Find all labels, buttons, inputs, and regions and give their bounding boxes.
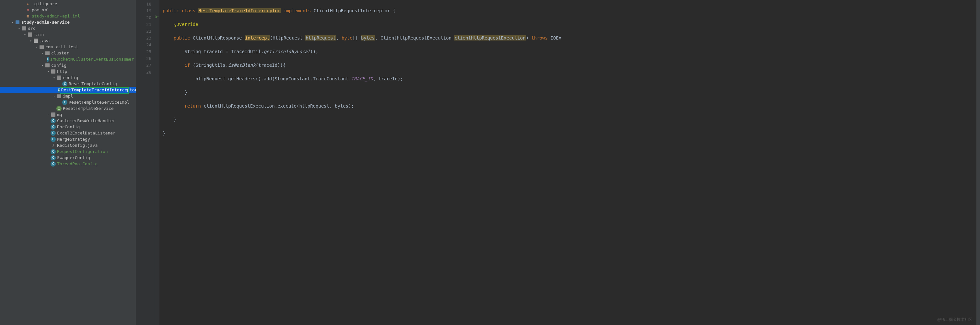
chevron-down-icon[interactable]: ▾	[40, 51, 45, 55]
folder-icon	[21, 26, 27, 31]
tree-label: main	[34, 32, 44, 37]
chevron-down-icon[interactable]: ▾	[52, 95, 56, 98]
tree-item-package[interactable]: ▾ com.xzll.test	[0, 44, 136, 50]
tree-label: java	[40, 38, 49, 43]
code-area[interactable]: public class RestTemplateTraceIdIntercep…	[159, 0, 976, 325]
class-icon	[51, 161, 56, 167]
chevron-down-icon[interactable]: ▾	[34, 45, 39, 49]
code-line[interactable]: }	[163, 89, 976, 96]
annotation-gutter: O↑	[154, 0, 159, 325]
package-icon	[39, 45, 44, 49]
gutter-marker[interactable]	[154, 0, 159, 7]
code-line[interactable]: if (StringUtils.isNotBlank(traceId)){	[163, 62, 976, 69]
project-tree[interactable]: .gitignore pom.xml study-admin-api.iml ▾…	[0, 0, 136, 325]
chevron-down-icon[interactable]: ▾	[52, 76, 56, 80]
tree-item-config[interactable]: ▾ config	[0, 62, 136, 69]
interface-icon	[56, 106, 62, 111]
tree-item-redis-config[interactable]: RedisConfig.java	[0, 142, 136, 148]
class-icon	[51, 124, 56, 130]
tree-item-excel-listener[interactable]: Excel2ExcelDataListener	[0, 130, 136, 136]
line-number: 24	[136, 41, 151, 48]
tree-item-java[interactable]: ▾ java	[0, 38, 136, 44]
tree-item-mq[interactable]: ▸ mq	[0, 112, 136, 118]
tree-item-module[interactable]: ▾ study-admin-service	[0, 19, 136, 25]
gutter-marker[interactable]	[154, 41, 159, 48]
class-icon	[51, 155, 56, 160]
tree-label: study-admin-api.iml	[32, 14, 80, 19]
code-line[interactable]: public ClientHttpResponse intercept(Http…	[163, 35, 976, 41]
gitignore-icon	[25, 1, 30, 6]
tree-item-http-config[interactable]: ▾ config	[0, 75, 136, 81]
tree-item-cluster-consumer[interactable]: ImRocketMQClusterEventBusConsumer	[0, 56, 136, 62]
gutter-marker[interactable]	[154, 21, 159, 27]
tree-item-iml[interactable]: study-admin-api.iml	[0, 13, 136, 19]
gutter-marker[interactable]	[154, 48, 159, 54]
code-line[interactable]	[163, 143, 976, 150]
line-number: 18	[136, 1, 151, 8]
line-number: 19	[136, 8, 151, 14]
chevron-down-icon[interactable]: ▾	[40, 64, 45, 67]
chevron-down-icon[interactable]: ▾	[46, 70, 51, 73]
tree-item-main[interactable]: ▾ main	[0, 32, 136, 38]
gutter-marker[interactable]	[154, 54, 159, 61]
tree-item-customer-row[interactable]: CustomerRowWriteHandler	[0, 118, 136, 124]
tree-item-rest-interceptor[interactable]: RestTemplateTraceIdInterceptor	[0, 87, 136, 93]
java-file-icon	[51, 143, 56, 148]
code-line[interactable]: }	[163, 116, 976, 123]
folder-icon	[27, 32, 32, 37]
package-icon	[45, 51, 50, 56]
gutter-marker[interactable]	[154, 7, 159, 14]
code-line[interactable]: httpRequest.getHeaders().add(StudyConsta…	[163, 75, 976, 82]
tree-item-merge-strategy[interactable]: MergeStrategy	[0, 136, 136, 142]
package-icon	[56, 94, 62, 99]
code-line[interactable]: String traceId = TraceIdUtil.getTraceIdB…	[163, 48, 976, 55]
line-number: 22	[136, 28, 151, 35]
code-line[interactable]: return clientHttpRequestExecution.execut…	[163, 103, 976, 110]
line-number: 26	[136, 55, 151, 62]
tree-label: study-admin-service	[21, 20, 70, 25]
tree-item-threadpool-config[interactable]: ThreadPoolConfig	[0, 161, 136, 167]
gutter-marker[interactable]	[154, 27, 159, 34]
chevron-down-icon[interactable]: ▾	[29, 39, 33, 43]
tree-item-reset-template-config[interactable]: ResetTemplateConfig	[0, 81, 136, 87]
gutter-marker[interactable]: O↑	[154, 14, 159, 21]
tree-label: pom.xml	[32, 8, 49, 12]
tree-item-http[interactable]: ▾ http	[0, 69, 136, 75]
editor[interactable]: 1819202122232425262728 O↑ public class R…	[136, 0, 980, 325]
line-number: 25	[136, 48, 151, 55]
tree-label: ResetTemplateService	[63, 106, 114, 111]
class-icon	[51, 131, 56, 136]
chevron-down-icon[interactable]: ▾	[23, 33, 27, 36]
class-icon	[58, 88, 60, 93]
maven-icon	[25, 8, 30, 13]
tree-label: config	[51, 63, 67, 68]
tree-item-src[interactable]: ▾ src	[0, 25, 136, 32]
chevron-down-icon[interactable]: ▾	[10, 21, 15, 24]
code-line[interactable]: }	[163, 130, 976, 137]
gutter-marker[interactable]	[154, 68, 159, 75]
package-icon	[45, 63, 50, 68]
tree-item-request-config[interactable]: RequestConfiguration	[0, 148, 136, 155]
tree-label: RestTemplateTraceIdInterceptor	[61, 88, 136, 92]
error-stripe[interactable]	[976, 0, 980, 325]
tree-item-gitignore[interactable]: .gitignore	[0, 1, 136, 7]
package-icon	[56, 75, 62, 80]
tree-label: cluster	[51, 51, 69, 56]
module-icon	[15, 20, 20, 25]
gutter-marker[interactable]	[154, 61, 159, 68]
code-line[interactable]: public class RestTemplateTraceIdIntercep…	[163, 8, 976, 14]
tree-item-impl[interactable]: ▾ impl	[0, 93, 136, 99]
tree-item-swagger-config[interactable]: SwaggerConfig	[0, 155, 136, 161]
gutter-marker[interactable]	[154, 34, 159, 41]
chevron-down-icon[interactable]: ▾	[17, 27, 21, 30]
watermark: @稀土掘金技术社区	[937, 317, 972, 322]
tree-label: ThreadPoolConfig	[57, 161, 97, 166]
chevron-right-icon[interactable]: ▸	[46, 113, 51, 116]
tree-item-cluster[interactable]: ▾ cluster	[0, 50, 136, 56]
tree-item-pom[interactable]: pom.xml	[0, 7, 136, 13]
tree-item-reset-template-service-impl[interactable]: ResetTemplateServiceImpl	[0, 99, 136, 105]
code-line[interactable]: @Override	[163, 21, 976, 28]
tree-label: http	[57, 69, 67, 74]
tree-item-doc-config[interactable]: DocConfig	[0, 124, 136, 130]
tree-item-reset-template-service[interactable]: ResetTemplateService	[0, 105, 136, 112]
